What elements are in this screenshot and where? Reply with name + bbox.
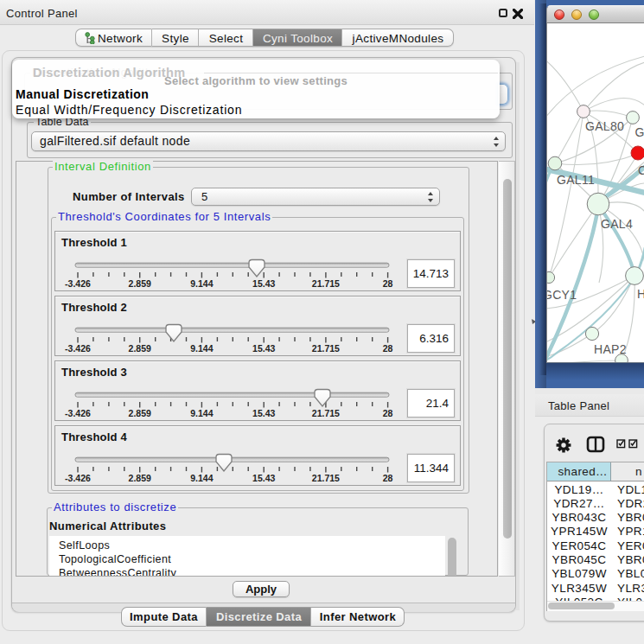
svg-text:15.43: 15.43: [252, 473, 275, 483]
svg-text:28: 28: [383, 343, 393, 354]
svg-text:-3.426: -3.426: [65, 278, 91, 289]
svg-text:9.144: 9.144: [190, 473, 213, 483]
svg-text:28: 28: [383, 473, 393, 483]
svg-text:GA: GA: [635, 125, 644, 139]
svg-text:GAL11: GAL11: [557, 173, 595, 187]
svg-text:28: 28: [383, 278, 393, 289]
svg-text:21.715: 21.715: [312, 343, 340, 354]
svg-text:-3.426: -3.426: [65, 408, 91, 418]
svg-text:9.144: 9.144: [190, 343, 213, 354]
svg-text:2.859: 2.859: [129, 278, 151, 289]
svg-text:HA: HA: [637, 287, 644, 301]
svg-text:21.715: 21.715: [312, 278, 340, 289]
svg-text:9.144: 9.144: [190, 278, 213, 289]
svg-text:CY: CY: [638, 163, 644, 177]
svg-text:GCY1: GCY1: [547, 288, 577, 302]
svg-text:15.43: 15.43: [252, 408, 275, 418]
svg-text:15.43: 15.43: [252, 278, 275, 289]
svg-text:HAP2: HAP2: [594, 342, 627, 356]
svg-text:21.715: 21.715: [312, 473, 340, 483]
svg-text:2.859: 2.859: [129, 473, 151, 483]
svg-text:GAL4: GAL4: [601, 217, 633, 231]
svg-text:-3.426: -3.426: [65, 473, 91, 483]
svg-text:2.859: 2.859: [129, 343, 151, 354]
svg-text:15.43: 15.43: [252, 343, 275, 354]
svg-text:28: 28: [383, 408, 393, 418]
svg-text:GAL80: GAL80: [585, 119, 624, 133]
svg-text:2.859: 2.859: [129, 408, 151, 418]
svg-text:-3.426: -3.426: [65, 343, 91, 354]
svg-text:9.144: 9.144: [190, 408, 213, 418]
svg-text:21.715: 21.715: [312, 408, 340, 418]
